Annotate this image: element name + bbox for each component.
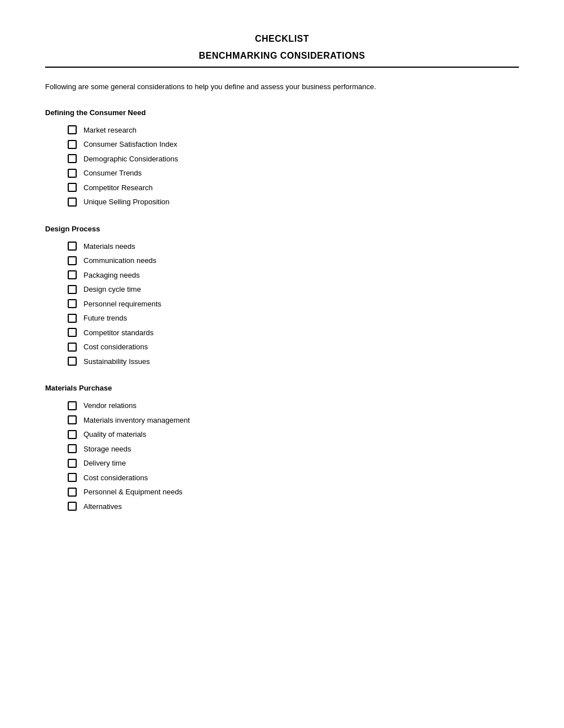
checklist-item-label: Cost considerations [83, 341, 148, 353]
checklist-item-label: Quality of materials [83, 429, 146, 440]
checkbox-icon[interactable] [68, 328, 77, 337]
list-item[interactable]: Materials needs [68, 241, 519, 252]
list-item[interactable]: Quality of materials [68, 429, 519, 440]
checklist-item-label: Demographic Considerations [83, 154, 178, 165]
list-item[interactable]: Demographic Considerations [68, 154, 519, 165]
checklist-item-label: Sustainability Issues [83, 356, 150, 367]
checkbox-icon[interactable] [68, 502, 77, 511]
checklist-list-materials-purchase: Vendor relationsMaterials inventory mana… [45, 400, 519, 512]
checkbox-icon[interactable] [68, 256, 77, 265]
list-item[interactable]: Alternatives [68, 501, 519, 512]
sections-container: Defining the Consumer NeedMarket researc… [45, 108, 519, 512]
checklist-item-label: Materials needs [83, 241, 135, 252]
checklist-item-label: Delivery time [83, 458, 126, 469]
checklist-item-label: Consumer Satisfaction Index [83, 139, 177, 150]
checkbox-icon[interactable] [68, 242, 77, 251]
list-item[interactable]: Vendor relations [68, 400, 519, 411]
checkbox-icon[interactable] [68, 488, 77, 497]
checklist-item-label: Alternatives [83, 501, 122, 512]
checklist-item-label: Cost considerations [83, 472, 148, 484]
checklist-item-label: Vendor relations [83, 400, 136, 411]
checklist-item-label: Competitor standards [83, 327, 153, 339]
checklist-item-label: Design cycle time [83, 284, 141, 295]
checkbox-icon[interactable] [68, 125, 77, 134]
list-item[interactable]: Competitor standards [68, 327, 519, 339]
list-item[interactable]: Future trends [68, 313, 519, 324]
checkbox-icon[interactable] [68, 343, 77, 352]
checkbox-icon[interactable] [68, 401, 77, 410]
checkbox-icon[interactable] [68, 169, 77, 178]
intro-text: Following are some general consideration… [45, 81, 519, 93]
checkbox-icon[interactable] [68, 459, 77, 468]
checkbox-icon[interactable] [68, 198, 77, 207]
checklist-list-design-process: Materials needsCommunication needsPackag… [45, 241, 519, 367]
checklist-item-label: Packaging needs [83, 270, 140, 281]
checklist-item-label: Materials inventory management [83, 415, 190, 426]
list-item[interactable]: Consumer Satisfaction Index [68, 139, 519, 150]
section-title-design-process: Design Process [45, 225, 519, 233]
list-item[interactable]: Storage needs [68, 444, 519, 455]
section-design-process: Design ProcessMaterials needsCommunicati… [45, 225, 519, 367]
page-subtitle: BENCHMARKING CONSIDERATIONS [45, 51, 519, 61]
list-item[interactable]: Personnel requirements [68, 299, 519, 310]
list-item[interactable]: Packaging needs [68, 270, 519, 281]
checklist-item-label: Market research [83, 125, 136, 136]
list-item[interactable]: Sustainability Issues [68, 356, 519, 367]
section-title-materials-purchase: Materials Purchase [45, 384, 519, 392]
section-defining-consumer-need: Defining the Consumer NeedMarket researc… [45, 108, 519, 208]
checkbox-icon[interactable] [68, 154, 77, 163]
list-item[interactable]: Cost considerations [68, 472, 519, 484]
checklist-list-defining-consumer-need: Market researchConsumer Satisfaction Ind… [45, 125, 519, 208]
checklist-item-label: Consumer Trends [83, 168, 142, 179]
checklist-item-label: Competitor Research [83, 182, 153, 194]
checklist-item-label: Storage needs [83, 444, 131, 455]
list-item[interactable]: Consumer Trends [68, 168, 519, 179]
section-title-defining-consumer-need: Defining the Consumer Need [45, 108, 519, 117]
checkbox-icon[interactable] [68, 357, 77, 366]
checkbox-icon[interactable] [68, 299, 77, 308]
page-title: CHECKLIST [45, 34, 519, 44]
list-item[interactable]: Materials inventory management [68, 415, 519, 426]
checkbox-icon[interactable] [68, 183, 77, 192]
list-item[interactable]: Competitor Research [68, 182, 519, 194]
checkbox-icon[interactable] [68, 473, 77, 482]
checklist-item-label: Future trends [83, 313, 127, 324]
checkbox-icon[interactable] [68, 444, 77, 453]
checklist-item-label: Personnel requirements [83, 299, 161, 310]
section-materials-purchase: Materials PurchaseVendor relationsMateri… [45, 384, 519, 512]
list-item[interactable]: Design cycle time [68, 284, 519, 295]
title-divider [45, 67, 519, 68]
checkbox-icon[interactable] [68, 415, 77, 424]
checkbox-icon[interactable] [68, 270, 77, 279]
list-item[interactable]: Delivery time [68, 458, 519, 469]
checklist-item-label: Communication needs [83, 255, 156, 266]
list-item[interactable]: Cost considerations [68, 341, 519, 353]
checkbox-icon[interactable] [68, 140, 77, 149]
list-item[interactable]: Market research [68, 125, 519, 136]
list-item[interactable]: Unique Selling Proposition [68, 196, 519, 208]
checkbox-icon[interactable] [68, 285, 77, 294]
list-item[interactable]: Personnel & Equipment needs [68, 486, 519, 498]
list-item[interactable]: Communication needs [68, 255, 519, 266]
checkbox-icon[interactable] [68, 430, 77, 439]
checklist-item-label: Unique Selling Proposition [83, 196, 169, 208]
checkbox-icon[interactable] [68, 314, 77, 323]
checklist-item-label: Personnel & Equipment needs [83, 486, 183, 498]
